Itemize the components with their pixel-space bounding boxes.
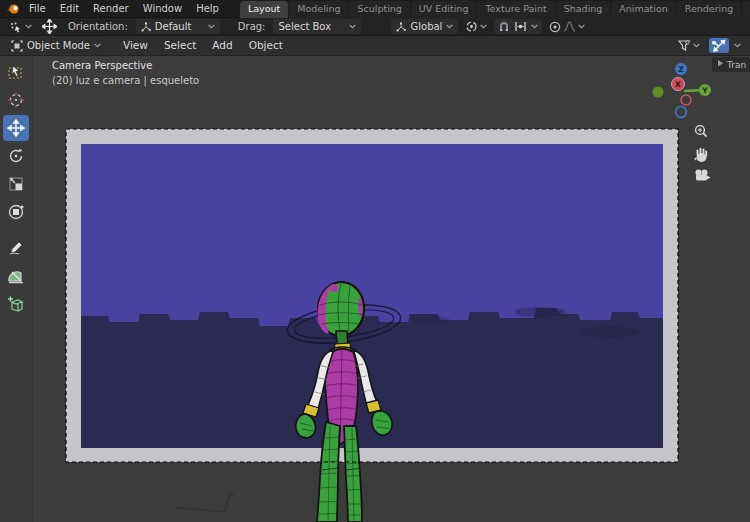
sidebar-tab-label: Tran [726, 60, 746, 70]
tool-move[interactable] [3, 115, 29, 141]
sidebar-collapsed-tab[interactable]: Tran [712, 57, 750, 72]
snap-magnet-icon [498, 21, 510, 33]
move-tool-header-icon[interactable] [39, 19, 60, 34]
menu-render[interactable]: Render [86, 0, 136, 17]
tweak-tool-icon [9, 21, 23, 33]
pivot-point-dropdown[interactable] [462, 19, 490, 34]
menu-window[interactable]: Window [136, 0, 189, 17]
left-toolbar [0, 56, 33, 522]
proportional-editing-icon [549, 21, 561, 33]
menu-help[interactable]: Help [189, 0, 226, 17]
chevron-down-icon [25, 24, 32, 29]
mode-dropdown[interactable]: Object Mode [6, 38, 106, 54]
tool-transform[interactable] [3, 199, 29, 225]
view-name-overlay: Camera Perspective [52, 60, 152, 71]
transform-orientation-dropdown[interactable]: Global [391, 19, 458, 34]
scene-collection-overlay: (20) luz e camera | esqueleto [52, 75, 199, 87]
tool-measure[interactable] [3, 263, 29, 289]
falloff-curve-icon [563, 21, 576, 32]
snap-group[interactable] [494, 19, 542, 34]
menu-select[interactable]: Select [157, 36, 203, 55]
gizmo-y-neg-axis[interactable] [653, 87, 664, 98]
orientation-axes-icon [141, 22, 151, 32]
drag-value: Select Box [278, 21, 345, 32]
chevron-down-icon [578, 24, 585, 29]
chevron-down-icon [94, 43, 101, 48]
tab-texture-paint[interactable]: Texture Paint [477, 1, 554, 18]
chevron-down-icon [208, 24, 215, 29]
menu-object[interactable]: Object [242, 36, 290, 55]
gizmos-toggle[interactable] [709, 38, 729, 53]
tab-modeling[interactable]: Modeling [289, 1, 348, 18]
chevron-down-icon [349, 24, 356, 29]
chevron-down-icon [531, 24, 538, 29]
gizmo-x-label: X [675, 80, 681, 89]
drag-label: Drag: [234, 21, 270, 32]
menu-file[interactable]: File [22, 0, 53, 17]
tool-select-box[interactable] [3, 59, 29, 85]
tool-add-cube[interactable] [3, 291, 29, 317]
gizmo-z-label: Z [678, 65, 684, 74]
menu-view[interactable]: View [116, 36, 155, 55]
global-axes-icon [396, 22, 406, 32]
chevron-down-icon [480, 24, 487, 29]
hand-right [372, 411, 392, 435]
chevron-down-icon [693, 43, 700, 48]
tool-rotate[interactable] [3, 143, 29, 169]
tab-sculpting[interactable]: Sculpting [349, 1, 409, 18]
mode-value: Object Mode [27, 40, 90, 51]
filter-funnel-icon [677, 39, 691, 52]
hand-left [296, 414, 316, 438]
viewport-3d[interactable]: Tran Camera Perspective (20) luz e camer… [0, 56, 750, 522]
viewport-scene[interactable]: Tran Camera Perspective (20) luz e camer… [0, 56, 750, 522]
tab-rendering[interactable]: Rendering [677, 1, 742, 18]
tab-animation[interactable]: Animation [611, 1, 675, 18]
blender-logo-icon[interactable] [6, 3, 20, 15]
chevron-down-icon [446, 24, 453, 29]
orientation-dropdown[interactable]: Default [136, 19, 220, 34]
proportional-editing-group[interactable] [546, 19, 588, 34]
filter-dropdown[interactable] [674, 38, 703, 53]
menu-edit[interactable]: Edit [53, 0, 86, 17]
orientation-value: Default [155, 21, 204, 32]
tab-uv-editing[interactable]: UV Editing [411, 1, 477, 18]
transform-orientation-value: Global [410, 21, 442, 32]
gizmos-dropdown[interactable] [731, 38, 744, 53]
snap-with-icon [514, 21, 527, 32]
object-mode-icon [11, 40, 23, 52]
tab-shading[interactable]: Shading [556, 1, 611, 18]
tool-annotate[interactable] [3, 235, 29, 261]
top-menu-bar: File Edit Render Window Help Layout Mode… [0, 0, 750, 18]
pivot-point-icon [465, 20, 478, 33]
tool-cursor[interactable] [3, 87, 29, 113]
active-tool-dropdown[interactable] [6, 19, 35, 34]
orientation-label: Orientation: [64, 21, 132, 32]
tab-layout[interactable]: Layout [240, 1, 288, 18]
gizmo-y-label: Y [701, 86, 708, 95]
tool-settings-bar: Orientation: Default Drag: Select Box Gl… [0, 18, 750, 36]
drag-dropdown[interactable]: Select Box [273, 19, 361, 34]
tab-compositing[interactable]: Compositing [742, 1, 750, 18]
chevron-down-icon [734, 43, 741, 48]
menu-add[interactable]: Add [205, 36, 239, 55]
workspace-tabs: Layout Modeling Sculpting UV Editing Tex… [240, 0, 750, 18]
gizmo-icon [712, 39, 726, 52]
viewport-header: Object Mode View Select Add Object [0, 36, 750, 56]
tool-scale[interactable] [3, 171, 29, 197]
